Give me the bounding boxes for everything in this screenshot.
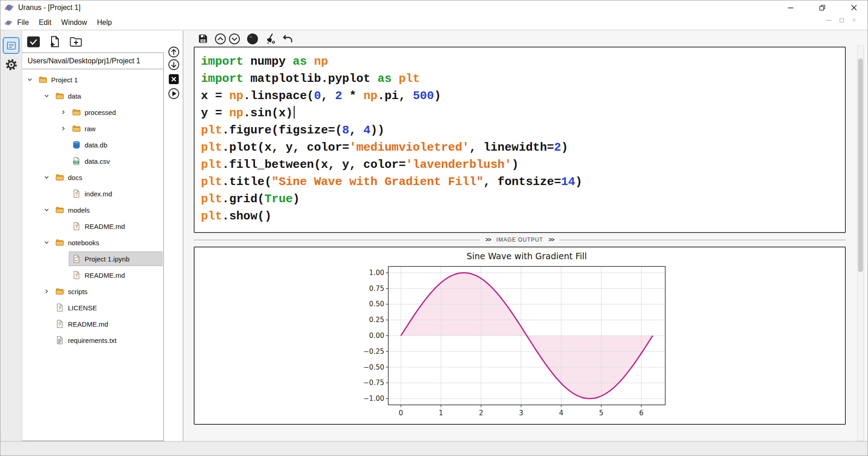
explorer-panel-button[interactable] <box>3 37 19 54</box>
chevron-down-icon[interactable] <box>43 207 52 213</box>
code-line-1: import numpy as np <box>201 53 845 70</box>
chevron-down-icon[interactable] <box>43 239 52 246</box>
cell-up-button[interactable] <box>167 46 180 58</box>
tree-item-content: Project 1.ipynb <box>69 252 162 266</box>
tree-item-label: README.md <box>85 223 125 230</box>
tree-item-processed[interactable]: processed <box>22 104 163 120</box>
chevron-right-icon[interactable] <box>60 109 69 115</box>
chevron-down-icon[interactable] <box>43 174 52 180</box>
activity-bar <box>0 31 22 441</box>
vertical-scrollbar[interactable] <box>857 45 864 441</box>
scrollbar-thumb[interactable] <box>858 58 863 272</box>
tree-item-content: data <box>52 89 162 103</box>
folder-icon <box>72 124 81 133</box>
tree-item-label: LICENSE <box>68 304 97 312</box>
svg-text:0.50: 0.50 <box>369 300 384 308</box>
menu-help[interactable]: Help <box>92 19 117 27</box>
sphere-icon <box>246 33 259 45</box>
scroll-down-button[interactable] <box>229 33 240 45</box>
tree-item-docs[interactable]: docs <box>22 169 163 185</box>
tree-item-license[interactable]: ?LICENSE <box>22 299 163 316</box>
chevron-right-icon[interactable] <box>60 125 69 132</box>
unknown-file-icon: ? <box>55 303 64 312</box>
chevron-right-icon[interactable] <box>43 288 52 294</box>
code-line-6: plt.plot(x, y, color='mediumvioletred', … <box>201 139 845 156</box>
svg-text:0.25: 0.25 <box>369 316 384 324</box>
tree-item-content: raw <box>69 122 162 135</box>
cell-run-button[interactable] <box>167 87 180 100</box>
clean-button[interactable] <box>265 33 276 45</box>
maximize-restore-button[interactable] <box>812 1 833 14</box>
chevron-down-icon[interactable] <box>27 76 36 83</box>
code-editor[interactable]: import numpy as npimport matplotlib.pypl… <box>195 48 845 225</box>
tree-item-content: scripts <box>52 285 162 298</box>
child-restore-icon[interactable] <box>839 18 844 23</box>
cell-close-icon <box>168 74 179 85</box>
child-minimize-icon[interactable] <box>826 20 832 21</box>
tree-item-raw[interactable]: raw <box>22 120 163 137</box>
menubar: File Edit Window Help <box>0 15 868 30</box>
chevron-down-icon[interactable] <box>43 93 52 99</box>
tree-item-content: processed <box>69 105 162 119</box>
tree-item-label: Project 1 <box>51 76 78 84</box>
svg-text:−1.00: −1.00 <box>363 394 384 403</box>
folder-icon <box>38 75 48 84</box>
tree-item-notebooks[interactable]: notebooks <box>22 234 163 251</box>
unknown-file-icon: ? <box>72 222 81 231</box>
tree-item-content: requirements.txt <box>52 333 162 347</box>
cell-down-icon <box>168 59 180 71</box>
tree-item-data[interactable]: data <box>22 88 163 104</box>
tree-item-readme-md[interactable]: ?README.md <box>22 267 163 283</box>
sidebar-toolbar <box>22 31 164 52</box>
tree-item-project-1[interactable]: Project 1 <box>22 71 163 88</box>
tree-item-content: data.db <box>69 138 162 152</box>
code-cell-panel: import numpy as npimport matplotlib.pypl… <box>194 47 846 233</box>
undo-button[interactable] <box>282 33 294 45</box>
svg-text:−0.75: −0.75 <box>363 379 384 387</box>
save-button[interactable] <box>197 33 209 44</box>
folder-icon <box>55 91 64 100</box>
separator-arrows-right: >> <box>548 237 554 243</box>
tree-item-label: docs <box>68 174 82 181</box>
new-file-icon <box>49 35 61 48</box>
code-line-3: x = np.linspace(0, 2 * np.pi, 500) <box>201 87 845 104</box>
minimize-button[interactable] <box>780 1 801 14</box>
new-file-button[interactable] <box>48 34 62 49</box>
cell-down-button[interactable] <box>167 58 180 71</box>
menu-edit[interactable]: Edit <box>34 19 57 27</box>
tree-item-content: ?index.md <box>69 187 162 200</box>
tree-item-readme-md[interactable]: ?README.md <box>22 218 163 234</box>
svg-text:?: ? <box>75 191 78 197</box>
tree-item-content: CSVdata.csv <box>69 154 162 168</box>
child-close-icon[interactable]: × <box>852 18 856 23</box>
sphere-button[interactable] <box>246 33 259 45</box>
tree-item-label: models <box>68 206 90 214</box>
tree-item-project-1-ipynb[interactable]: Project 1.ipynb <box>22 251 163 267</box>
svg-text:6: 6 <box>639 409 644 417</box>
tree-item-content: ?README.md <box>69 219 162 233</box>
check-button[interactable] <box>26 34 41 49</box>
scroll-up-button[interactable] <box>215 33 226 45</box>
tree-item-readme-md[interactable]: ?README.md <box>22 316 163 332</box>
tree-item-scripts[interactable]: scripts <box>22 283 163 299</box>
tree-item-label: processed <box>85 109 116 116</box>
tree-item-data-db[interactable]: data.db <box>22 137 163 153</box>
svg-text:?: ? <box>75 224 78 229</box>
menu-window[interactable]: Window <box>56 19 92 27</box>
new-folder-button[interactable] <box>69 34 83 49</box>
menu-file[interactable]: File <box>12 19 34 27</box>
sidebar: Users/Naval/Desktop/prj1/Project 1 Proje… <box>22 52 164 441</box>
tree-item-index-md[interactable]: ?index.md <box>22 185 163 202</box>
code-line-2: import matplotlib.pyplot as plt <box>201 70 845 87</box>
close-button[interactable] <box>844 1 864 14</box>
settings-button[interactable] <box>4 57 19 72</box>
output-figure: 0123456−1.00−0.75−0.50−0.250.000.250.500… <box>357 248 674 425</box>
file-tree: Project 1dataprocessedrawdata.dbCSVdata.… <box>22 69 163 348</box>
app-icon <box>5 3 14 12</box>
tree-item-data-csv[interactable]: CSVdata.csv <box>22 153 163 169</box>
cell-close-button[interactable] <box>167 73 180 85</box>
cell-control-strip <box>164 31 183 441</box>
tree-item-models[interactable]: models <box>22 202 163 218</box>
tree-item-requirements-txt[interactable]: requirements.txt <box>22 332 163 348</box>
tree-item-label: scripts <box>68 288 87 295</box>
